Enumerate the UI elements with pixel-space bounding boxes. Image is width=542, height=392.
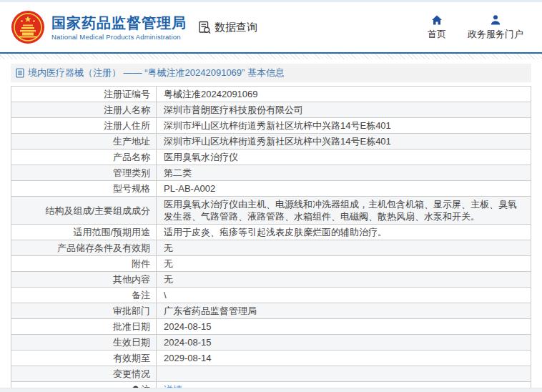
table-row: 适用范围/预期用途 适用于皮炎、疱疹等引起浅表皮肤糜烂面的辅助治疗。: [11, 225, 531, 240]
table-row: 产品名称 医用臭氧水治疗仪: [11, 150, 531, 165]
data-query-label: 数据查询: [215, 21, 257, 34]
table-row: 附件 无: [11, 256, 531, 272]
row-value: 粤械注准20242091069: [157, 87, 531, 102]
row-value: \: [157, 288, 531, 303]
row-label: 产品储存条件及有效期: [11, 240, 157, 255]
row-value: 深圳市坪山区坑梓街道秀新社区坑梓中兴路14号E栋401: [157, 134, 531, 149]
table-row: 变更情况: [11, 366, 531, 382]
row-label: 产品名称: [11, 150, 157, 165]
decor-hatch-strip: [0, 54, 542, 59]
breadcrumb: 境内医疗器械（注册） —— “粤械注准20242091069” 基本信息: [11, 64, 531, 82]
row-value: 医用臭氧水治疗仪: [157, 150, 531, 165]
row-value: 深圳市普朗医疗科技股份有限公司: [157, 102, 531, 117]
row-label: 备注: [11, 288, 157, 303]
row-label: 生效日期: [11, 335, 157, 350]
table-row: 注册证编号 粤械注准20242091069: [11, 87, 531, 102]
page-title: 境内医疗器械（注册） —— “粤械注准20242091069” 基本信息: [28, 67, 285, 79]
table-row: 备注 \: [11, 288, 531, 303]
row-label: 附件: [11, 256, 157, 271]
nav-home-label: 首页: [428, 28, 446, 41]
row-label: 变更情况: [11, 366, 157, 381]
table-row: 批准日期 2024-08-15: [11, 319, 531, 335]
table-row: 其他内容 无: [11, 272, 531, 288]
row-value: 深圳市坪山区坑梓街道秀新社区坑梓中兴路14号E栋401: [157, 118, 531, 133]
nav-item-home[interactable]: 首页: [428, 14, 446, 41]
table-row: 型号规格 PL-AB-A002: [11, 181, 531, 197]
table-row: 结构及组成/主要组成成分 医用臭氧水治疗仪由主机、电源线和冲洗器组成，主机包含机…: [11, 197, 531, 225]
table-row: 产品储存条件及有效期 无: [11, 240, 531, 256]
org-name-en: National Medical Products Administration: [51, 33, 187, 41]
table-row: 生效日期 2024-08-15: [11, 335, 531, 351]
row-value: 2024-08-15: [157, 319, 531, 334]
data-query-button[interactable]: 数据查询: [198, 21, 257, 34]
row-label: 注册人住所: [11, 118, 157, 133]
footer-strip: [0, 388, 542, 392]
row-label: 生产地址: [11, 134, 157, 149]
nav-portal-label: 政务服务门户: [468, 28, 523, 41]
site-header: 国家药品监督管理局 National Medical Products Admi…: [0, 2, 542, 52]
org-name: 国家药品监督管理局: [51, 14, 187, 31]
row-value: 第二类: [157, 165, 531, 180]
row-label: 型号规格: [11, 181, 157, 196]
nav-item-portal[interactable]: 政务服务门户: [468, 14, 523, 41]
org-titles: 国家药品监督管理局 National Medical Products Admi…: [51, 14, 187, 41]
table-row: 注册人名称 深圳市普朗医疗科技股份有限公司: [11, 102, 531, 118]
document-icon: [16, 68, 24, 78]
row-label: 批准日期: [11, 319, 157, 334]
row-label: 其他内容: [11, 272, 157, 287]
row-label: 适用范围/预期用途: [11, 225, 157, 240]
row-label: 审批部门: [11, 303, 157, 318]
table-row: 管理类别 第二类: [11, 165, 531, 181]
nmpa-logo[interactable]: 国家药品监督管理局 National Medical Products Admi…: [11, 10, 187, 44]
table-row: 生产地址 深圳市坪山区坑梓街道秀新社区坑梓中兴路14号E栋401: [11, 134, 531, 150]
row-value: 无: [157, 256, 531, 271]
row-value: 无: [157, 272, 531, 287]
row-value: 无: [157, 240, 531, 255]
row-value: [157, 366, 531, 381]
row-value: 适用于皮炎、疱疹等引起浅表皮肤糜烂面的辅助治疗。: [157, 225, 531, 240]
table-row: 审批部门 广东省药品监督管理局: [11, 303, 531, 319]
home-icon: [431, 14, 443, 26]
national-emblem-icon: [11, 10, 45, 44]
row-value: 2029-08-14: [157, 351, 531, 366]
header-nav: 首页 政务服务门户: [428, 14, 523, 41]
row-value: 广东省药品监督管理局: [157, 303, 531, 318]
data-search-icon: [198, 21, 212, 34]
row-label: 有效期至: [11, 351, 157, 366]
row-value: 2024-08-15: [157, 335, 531, 350]
row-label: 注册证编号: [11, 87, 157, 102]
table-row: 有效期至 2029-08-14: [11, 351, 531, 366]
row-value: 医用臭氧水治疗仪由主机、电源线和冲洗器组成，主机包含机箱、显示屏、主板、臭氧发生…: [157, 197, 531, 224]
row-value: PL-AB-A002: [157, 181, 531, 196]
row-label: 结构及组成/主要组成成分: [11, 197, 157, 224]
user-icon: [490, 14, 501, 26]
row-label: 注册人名称: [11, 102, 157, 117]
table-row: 注册人住所 深圳市坪山区坑梓街道秀新社区坑梓中兴路14号E栋401: [11, 118, 531, 134]
row-label: 管理类别: [11, 165, 157, 180]
info-table: 注册证编号 粤械注准20242091069 注册人名称 深圳市普朗医疗科技股份有…: [11, 86, 531, 392]
